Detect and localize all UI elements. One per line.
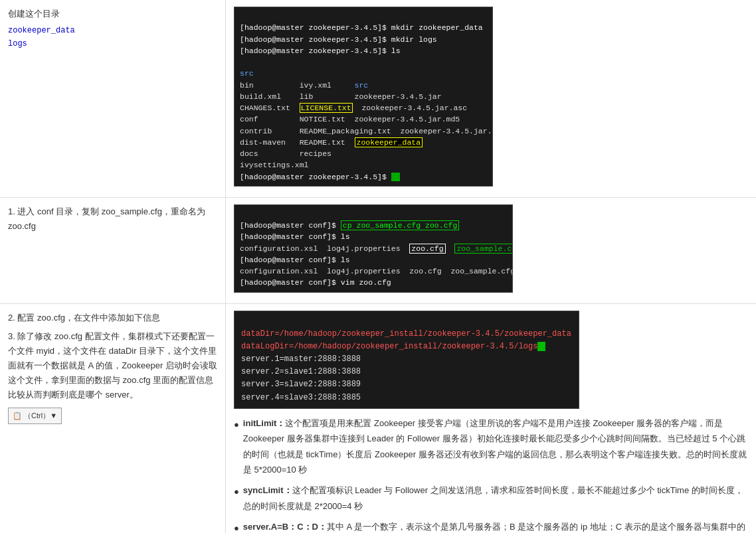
bullets-container: ● initLimit：这个配置项是用来配置 Zookeeper 接受客户端（这… (234, 416, 748, 533)
ctrl-label: （Ctrl）▼ (24, 412, 57, 419)
section-1-terminal: [hadoop@master conf]$ cp zoo_sample.cfg … (234, 204, 513, 293)
section-2-right: dataDir=/home/hadoop/zookeeper_install/z… (226, 304, 756, 534)
terminal-ls-output: src bin ivy.xml src build.xml lib zookee… (240, 69, 493, 169)
section-2-step3: 3. 除了修改 zoo.cfg 配置文件，集群模式下还要配置一个文件 myid，… (8, 329, 217, 402)
section-0-right: [hadoop@master zookeeper-3.4.5]$ mkdir z… (226, 0, 756, 197)
terminal-line-1: [hadoop@master zookeeper-3.4.5]$ mkdir z… (240, 23, 483, 32)
paste-icon: 📋 (13, 412, 22, 419)
config-line-1: dataDir=/home/hadoop/zookeeper_install/z… (241, 329, 571, 339)
bullet-initlimit: ● initLimit：这个配置项是用来配置 Zookeeper 接受客户端（这… (234, 416, 748, 478)
section-0-item-2: logs (8, 37, 217, 50)
section-1-right: [hadoop@master conf]$ cp zoo_sample.cfg … (226, 198, 756, 303)
config-line-6: server.4=slave3:2888:3885 (241, 393, 361, 402)
config-line-5: server.3=slave2:2888:3889 (241, 380, 361, 389)
section-2-left: 2. 配置 zoo.cfg，在文件中添加如下信息 3. 除了修改 zoo.cfg… (0, 304, 226, 534)
section-0: 创建这个目录 zookeeper_data logs [hadoop@maste… (0, 0, 756, 198)
section-1: 1. 进入 conf 目录，复制 zoo_sample.cfg，重命名为 zoo… (0, 198, 756, 304)
terminal-line-3: [hadoop@master zookeeper-3.4.5]$ ls (240, 46, 401, 55)
section-1-left: 1. 进入 conf 目录，复制 zoo_sample.cfg，重命名为 zoo… (0, 198, 226, 303)
config-line-3: server.1=master:2888:3888 (241, 354, 361, 364)
config-line-4: server.2=slave1:2888:3888 (241, 367, 361, 376)
bullet-synclimit: ● syncLimit：这个配置项标识 Leader 与 Follower 之间… (234, 483, 748, 514)
section-0-item-1: zookeeper_data (8, 24, 217, 37)
section-1-step: 1. 进入 conf 目录，复制 zoo_sample.cfg，重命名为 zoo… (8, 206, 205, 231)
section-2: 2. 配置 zoo.cfg，在文件中添加如下信息 3. 除了修改 zoo.cfg… (0, 304, 756, 534)
section-0-left: 创建这个目录 zookeeper_data logs (0, 0, 226, 197)
ctrl-icon[interactable]: 📋 （Ctrl）▼ (8, 408, 62, 424)
page-wrapper: 创建这个目录 zookeeper_data logs [hadoop@maste… (0, 0, 756, 533)
bullet-serverabcd: ● server.A=B：C：D：其中 A 是一个数字，表示这个是第几号服务器；… (234, 519, 748, 533)
config-terminal: dataDir=/home/hadoop/zookeeper_install/z… (234, 311, 579, 409)
section-0-title: 创建这个目录 (8, 7, 217, 21)
terminal-line-2: [hadoop@master zookeeper-3.4.5]$ mkdir l… (240, 35, 437, 44)
config-line-2: dataLogDir=/home/hadoop/zookeeper_instal… (241, 342, 545, 351)
section-2-step1: 2. 配置 zoo.cfg，在文件中添加如下信息 (8, 311, 217, 325)
section-0-terminal: [hadoop@master zookeeper-3.4.5]$ mkdir z… (234, 7, 493, 187)
